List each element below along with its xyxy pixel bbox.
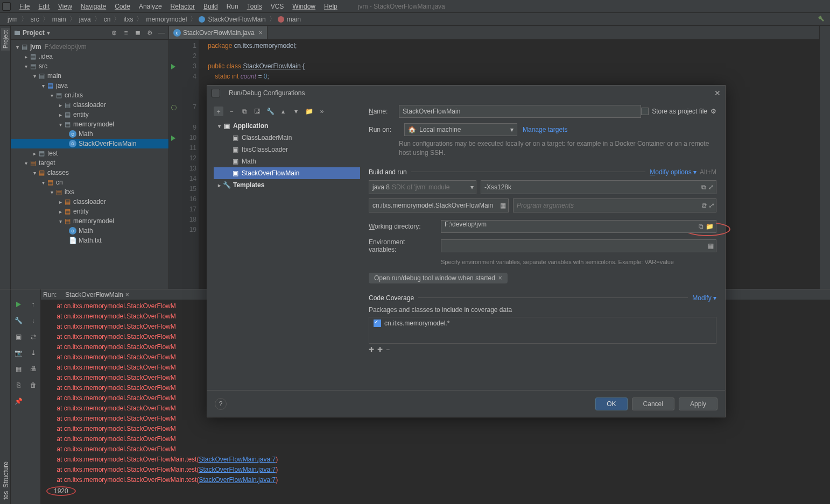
tree-target[interactable]: ▾▤target xyxy=(11,158,168,168)
remove-icon[interactable]: − xyxy=(227,107,236,116)
coverage-modify-link[interactable]: Modify ▾ xyxy=(692,294,716,302)
dropdown-icon[interactable]: ▾ xyxy=(47,29,50,37)
ok-button[interactable]: OK xyxy=(595,397,627,410)
remove-pill-icon[interactable]: × xyxy=(498,274,502,282)
close-icon[interactable]: ✕ xyxy=(714,89,721,97)
down-icon[interactable]: ▾ xyxy=(291,107,301,116)
crumb-main[interactable]: main xyxy=(51,16,67,23)
expand-all-icon[interactable]: ≡ xyxy=(122,29,130,37)
locate-icon[interactable]: ⊕ xyxy=(110,29,118,37)
tree-memorymodel[interactable]: ▾▤memorymodel xyxy=(11,119,168,129)
vm-options-input[interactable]: -Xss128k ⧉⤢ xyxy=(481,180,716,194)
print-icon[interactable]: 🖶 xyxy=(29,365,38,373)
tree-entity[interactable]: ▸▤entity xyxy=(11,110,168,119)
main-class-input[interactable]: cn.itxs.memorymodel.StackOverFlowMain ▦ xyxy=(369,198,509,212)
gear-icon[interactable]: ⚙ xyxy=(146,29,153,37)
wrap-icon[interactable]: ⇄ xyxy=(29,332,38,341)
menu-code[interactable]: Code xyxy=(110,2,135,11)
gear-icon[interactable]: ⚙ xyxy=(711,108,716,115)
remove-coverage-icon[interactable]: − xyxy=(386,346,390,353)
name-input[interactable] xyxy=(399,105,641,118)
config-math[interactable]: ▣Math xyxy=(214,155,360,167)
menu-analyze[interactable]: Analyze xyxy=(135,2,166,11)
run-tab[interactable]: StackOverFlowMain× xyxy=(61,290,133,300)
tree-t-memorymodel[interactable]: ▾▤memorymodel xyxy=(11,216,168,226)
exit-icon[interactable]: ⎘ xyxy=(14,381,23,389)
tree-cnitxs[interactable]: ▾▤cn.itxs xyxy=(11,90,168,100)
coverage-item[interactable]: cn.itxs.memorymodel.* xyxy=(384,320,449,327)
copy-icon[interactable]: ⧉ xyxy=(240,107,249,116)
tree-itxs[interactable]: ▾▤itxs xyxy=(11,187,168,197)
folder-icon[interactable]: 📁 xyxy=(304,107,314,116)
working-dir-input[interactable]: F:\develop\jvm ⧉📁 xyxy=(441,220,716,233)
config-application[interactable]: ▾▣Application xyxy=(214,120,360,132)
menu-vcs[interactable]: VCS xyxy=(266,2,289,11)
config-stackoverflowmain[interactable]: ▣StackOverFlowMain xyxy=(214,167,360,179)
tree-classloader[interactable]: ▸▤classloader xyxy=(11,100,168,110)
up-icon[interactable]: ▴ xyxy=(278,107,288,116)
crumb-itxs[interactable]: itxs xyxy=(122,16,134,23)
maximize-icon[interactable]: ⤢ xyxy=(708,202,714,209)
tree-root[interactable]: ▾▤jvmF:\develop\jvm xyxy=(11,42,168,52)
expand-icon[interactable]: ⧉ xyxy=(701,202,706,209)
menu-view[interactable]: View xyxy=(54,2,76,11)
menu-build[interactable]: Build xyxy=(199,2,222,11)
rerun-icon[interactable] xyxy=(14,300,23,309)
browse-folder-icon[interactable]: 📁 xyxy=(706,223,714,230)
menu-navigate[interactable]: Navigate xyxy=(76,2,110,11)
collapse-all-icon[interactable]: ≣ xyxy=(134,29,142,37)
menu-edit[interactable]: Edit xyxy=(34,2,54,11)
cancel-button[interactable]: Cancel xyxy=(632,397,674,410)
crumb-src[interactable]: src xyxy=(30,16,40,23)
browse-icon[interactable]: ▦ xyxy=(500,202,506,209)
menu-window[interactable]: Window xyxy=(288,2,320,11)
hammer-icon[interactable] xyxy=(817,15,826,23)
maximize-icon[interactable]: ⤢ xyxy=(708,183,714,191)
project-tab[interactable]: Project xyxy=(1,28,10,51)
tree-t-math[interactable]: cMath xyxy=(11,226,168,236)
tree-t-mathtxt[interactable]: 📄Math.txt xyxy=(11,236,168,245)
tree-stackoverflowmain[interactable]: cStackOverFlowMain xyxy=(11,139,168,148)
stacktrace-link[interactable]: StackOverFlowMain.java:7 xyxy=(199,476,276,484)
expand-icon[interactable]: ⧉ xyxy=(699,223,704,230)
edit-icon[interactable]: 🔧 xyxy=(265,107,275,116)
crumb-class[interactable]: StackOverFlowMain xyxy=(207,16,266,23)
hide-icon[interactable]: — xyxy=(158,29,165,37)
down-icon[interactable]: ↓ xyxy=(29,316,38,325)
menu-help[interactable]: Help xyxy=(320,2,342,11)
crumb-java[interactable]: java xyxy=(78,16,92,23)
config-templates[interactable]: ▸🔧Templates xyxy=(214,179,360,191)
scroll-icon[interactable]: ⤓ xyxy=(29,349,38,357)
expand-icon[interactable]: ⧉ xyxy=(701,183,706,191)
modify-options-link[interactable]: Modify options ▾ xyxy=(650,168,697,176)
layout-icon[interactable]: ▦ xyxy=(14,365,23,373)
save-icon[interactable]: 🖫 xyxy=(252,107,262,116)
expand-icon[interactable]: » xyxy=(317,107,327,116)
run-gutter-icon[interactable] xyxy=(171,64,175,69)
manage-targets-link[interactable]: Manage targets xyxy=(523,126,567,133)
tree-t-classloader[interactable]: ▸▤classloader xyxy=(11,197,168,207)
editor-tab[interactable]: c StackOverFlowMain.java × xyxy=(169,26,268,39)
help-icon[interactable]: ? xyxy=(215,398,227,410)
menu-tools[interactable]: Tools xyxy=(243,2,266,11)
camera-icon[interactable]: 📷 xyxy=(14,349,23,357)
close-icon[interactable]: × xyxy=(125,291,129,299)
browse-icon[interactable]: ▦ xyxy=(708,242,714,250)
add-icon[interactable]: ＋ xyxy=(214,107,223,116)
crumb-memorymodel[interactable]: memorymodel xyxy=(145,16,188,23)
tree-src[interactable]: ▾▤src xyxy=(11,61,168,71)
stacktrace-link[interactable]: StackOverFlowMain.java:7 xyxy=(199,466,276,473)
sdk-select[interactable]: java 8SDK of 'jvm' module ▾ xyxy=(369,180,476,194)
menu-file[interactable]: File xyxy=(15,2,34,11)
up-icon[interactable]: ↑ xyxy=(29,300,38,309)
tree-main[interactable]: ▾▤main xyxy=(11,71,168,81)
tree-classes[interactable]: ▾▤classes xyxy=(11,168,168,178)
close-icon[interactable]: × xyxy=(259,29,263,37)
config-itxsclassloader[interactable]: ▣ItxsClassLoader xyxy=(214,144,360,155)
menu-refactor[interactable]: Refactor xyxy=(166,2,199,11)
stacktrace-link[interactable]: StackOverFlowMain.java:7 xyxy=(199,456,276,463)
trash-icon[interactable]: 🗑 xyxy=(29,381,38,389)
crumb-cn[interactable]: cn xyxy=(103,16,112,23)
tree-t-entity[interactable]: ▸▤entity xyxy=(11,207,168,216)
tree-test[interactable]: ▸▤test xyxy=(11,148,168,158)
